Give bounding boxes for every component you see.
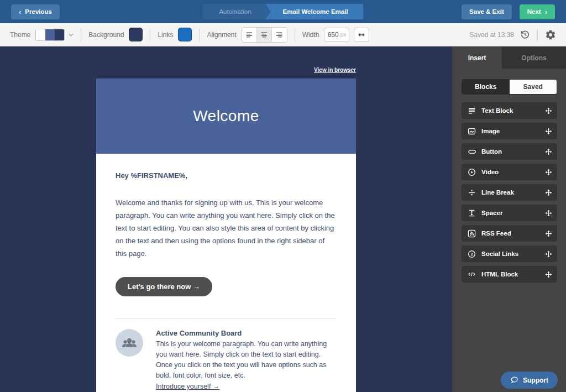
breadcrumb-step-email[interactable]: Email Welcome Email (271, 4, 364, 19)
line-break-icon (467, 189, 476, 197)
move-handle-icon[interactable] (545, 271, 552, 278)
block-item-label: RSS Feed (481, 230, 545, 237)
block-item-text-block[interactable]: Text Block (462, 102, 557, 119)
align-right-button[interactable] (272, 28, 287, 42)
theme-swatch-white (36, 29, 45, 40)
block-item-label: Line Break (481, 189, 545, 196)
saved-status: Saved at 13:38 (469, 31, 514, 39)
history-button[interactable] (520, 29, 530, 40)
save-exit-label: Save & Exit (469, 8, 504, 15)
blocks-saved-toggle: Blocks Saved (462, 79, 557, 95)
sidebar-tabs: Insert Options (452, 47, 566, 69)
settings-button[interactable] (545, 29, 556, 40)
people-group-icon (120, 333, 139, 352)
toolbar-divider (199, 28, 200, 41)
rss-icon (467, 229, 476, 238)
full-width-button[interactable] (354, 28, 369, 42)
next-button[interactable]: Next › (520, 4, 555, 19)
block-item-spacer[interactable]: Spacer (462, 205, 557, 221)
align-left-button[interactable] (242, 28, 257, 42)
block-item-html-block[interactable]: HTML Block (462, 266, 557, 283)
move-handle-icon[interactable] (545, 230, 552, 237)
right-sidebar: Insert Options Blocks Saved Text BlockIm… (452, 47, 566, 392)
theme-picker[interactable] (35, 29, 65, 41)
block-item-social-links[interactable]: fSocial Links (462, 245, 557, 262)
email-cta-button[interactable]: Let's go there now → (116, 277, 212, 296)
editor-toolbar: Theme Background Links Alignment Width 6… (0, 23, 566, 46)
next-label: Next (527, 8, 541, 15)
breadcrumb-arrow-icon (266, 4, 271, 19)
chat-bubble-icon (510, 376, 519, 384)
feature-link[interactable]: Introduce yourself → (156, 383, 219, 390)
block-item-label: Image (481, 128, 545, 134)
toolbar-divider (295, 28, 295, 41)
arrows-horizontal-icon (358, 32, 365, 38)
move-handle-icon[interactable] (545, 128, 552, 135)
spacer-icon (467, 209, 476, 217)
block-item-label: Video (481, 169, 545, 175)
chevron-right-icon: › (545, 8, 547, 15)
feature-body: This is your welcome paragraph. You can … (156, 339, 337, 381)
block-item-label: HTML Block (481, 271, 545, 278)
gear-icon (545, 29, 556, 40)
tab-options[interactable]: Options (502, 47, 566, 69)
tab-insert[interactable]: Insert (452, 47, 502, 69)
move-handle-icon[interactable] (545, 250, 552, 258)
email-header-block[interactable]: Welcome (96, 79, 356, 154)
move-handle-icon[interactable] (545, 107, 552, 114)
feature-block[interactable]: Active Community Board This is your welc… (116, 329, 337, 391)
move-handle-icon[interactable] (545, 189, 552, 196)
subtab-saved[interactable]: Saved (510, 80, 557, 94)
links-label: Links (158, 31, 173, 39)
width-value: 650 (328, 31, 339, 39)
block-item-label: Button (481, 148, 545, 155)
video-play-icon (467, 168, 476, 176)
image-icon (467, 127, 476, 135)
breadcrumb-step-automation[interactable]: Automation (202, 4, 265, 19)
links-color-swatch[interactable] (178, 28, 192, 41)
email-intro-paragraph[interactable]: Welcome and thanks for signing up with u… (116, 196, 337, 260)
block-item-rss-feed[interactable]: RSS Feed (462, 225, 557, 242)
history-icon (520, 29, 530, 40)
code-icon (467, 270, 476, 278)
support-button[interactable]: Support (501, 372, 558, 389)
block-item-image[interactable]: Image (462, 123, 557, 139)
email-canvas: View in browser Welcome Hey %FIRSTNAME%,… (0, 47, 452, 392)
toolbar-divider (537, 28, 538, 41)
move-handle-icon[interactable] (545, 148, 552, 155)
previous-button[interactable]: ‹ Previous (11, 4, 60, 19)
background-color-swatch[interactable] (129, 28, 143, 41)
chevron-left-icon: ‹ (19, 8, 21, 15)
block-item-label: Social Links (481, 250, 545, 257)
alignment-button-group (242, 27, 287, 43)
support-label: Support (523, 377, 548, 384)
theme-swatch-navy (55, 29, 64, 40)
width-label: Width (302, 31, 319, 39)
toolbar-divider (150, 28, 150, 41)
email-body-block: Hey %FIRSTNAME%, Welcome and thanks for … (96, 154, 356, 392)
align-center-button[interactable] (257, 28, 272, 42)
save-exit-button[interactable]: Save & Exit (462, 4, 512, 19)
facebook-circle-icon: f (467, 250, 476, 258)
block-item-line-break[interactable]: Line Break (462, 184, 557, 201)
background-label: Background (88, 31, 124, 39)
move-handle-icon[interactable] (545, 169, 552, 176)
width-input[interactable]: 650 px (324, 28, 349, 42)
email-banner-title: Welcome (193, 107, 259, 125)
theme-label: Theme (10, 31, 30, 39)
block-item-video[interactable]: Video (462, 164, 557, 180)
block-item-button[interactable]: Button (462, 143, 557, 160)
breadcrumb: Automation Email Welcome Email (202, 4, 363, 19)
chevron-down-icon[interactable] (69, 33, 74, 36)
align-left-icon (245, 31, 253, 39)
email-greeting[interactable]: Hey %FIRSTNAME%, (116, 171, 337, 180)
view-in-browser-link[interactable]: View in browser (96, 67, 356, 73)
email-preview: View in browser Welcome Hey %FIRSTNAME%,… (96, 67, 356, 392)
move-handle-icon[interactable] (545, 210, 552, 217)
previous-button-label: Previous (25, 8, 52, 15)
email-divider (116, 318, 337, 319)
subtab-blocks[interactable]: Blocks (462, 80, 510, 94)
text-lines-icon (467, 107, 476, 115)
align-right-icon (275, 31, 283, 39)
width-unit: px (340, 32, 347, 38)
